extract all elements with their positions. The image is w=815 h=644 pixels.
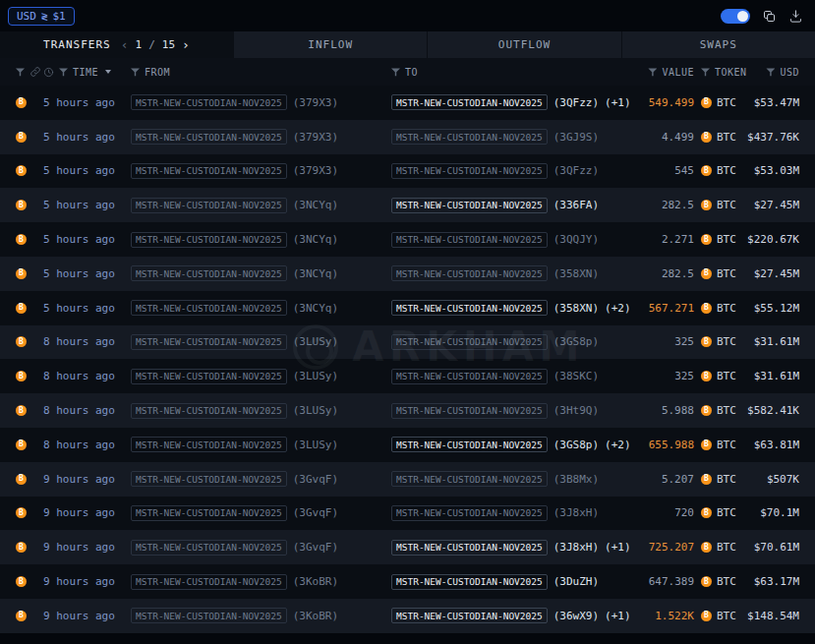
from-entity-chip[interactable]: MSTR-NEW-CUSTODIAN-NOV2025	[131, 300, 287, 316]
to-address-suffix[interactable]: (3GJ9S)	[553, 131, 599, 144]
to-entity-chip[interactable]: MSTR-NEW-CUSTODIAN-NOV2025	[391, 608, 548, 623]
to-additional-count[interactable]: (+1)	[605, 96, 631, 109]
from-entity-chip[interactable]: MSTR-NEW-CUSTODIAN-NOV2025	[131, 437, 287, 452]
to-additional-count[interactable]: (+1)	[605, 610, 631, 622]
from-address-suffix[interactable]: (379X3)	[293, 131, 338, 144]
to-entity-chip[interactable]: MSTR-NEW-CUSTODIAN-NOV2025	[391, 198, 548, 213]
table-row[interactable]: B 5 hours ago MSTR-NEW-CUSTODIAN-NOV2025…	[0, 291, 815, 325]
token-symbol[interactable]: BTC	[717, 96, 736, 109]
table-row[interactable]: B 5 hours ago MSTR-NEW-CUSTODIAN-NOV2025…	[0, 86, 815, 120]
to-entity-chip[interactable]: MSTR-NEW-CUSTODIAN-NOV2025	[391, 334, 548, 350]
from-entity-chip[interactable]: MSTR-NEW-CUSTODIAN-NOV2025	[131, 232, 287, 248]
value-column-header[interactable]: VALUE	[637, 67, 694, 78]
to-entity-chip[interactable]: MSTR-NEW-CUSTODIAN-NOV2025	[391, 437, 548, 452]
table-row[interactable]: B 8 hours ago MSTR-NEW-CUSTODIAN-NOV2025…	[0, 325, 815, 360]
table-row[interactable]: B 8 hours ago MSTR-NEW-CUSTODIAN-NOV2025…	[0, 359, 815, 393]
from-entity-chip[interactable]: MSTR-NEW-CUSTODIAN-NOV2025	[131, 403, 287, 419]
to-address-suffix[interactable]: (358XN)	[553, 302, 599, 315]
from-entity-chip[interactable]: MSTR-NEW-CUSTODIAN-NOV2025	[131, 94, 287, 110]
table-row[interactable]: B 5 hours ago MSTR-NEW-CUSTODIAN-NOV2025…	[0, 188, 815, 222]
usd-display-toggle[interactable]	[721, 9, 750, 24]
token-symbol[interactable]: BTC	[717, 267, 736, 280]
time-column-label[interactable]: TIME	[73, 67, 98, 78]
to-entity-chip[interactable]: MSTR-NEW-CUSTODIAN-NOV2025	[391, 369, 548, 384]
tx-link-icon[interactable]	[29, 66, 41, 78]
usd-column-header[interactable]: USD	[739, 67, 799, 78]
transfer-time[interactable]: 8 hours ago	[43, 335, 115, 348]
token-symbol[interactable]: BTC	[717, 610, 736, 622]
transfer-time[interactable]: 5 hours ago	[43, 233, 115, 246]
to-filter-icon[interactable]	[391, 68, 400, 77]
token-symbol[interactable]: BTC	[717, 370, 736, 382]
from-entity-chip[interactable]: MSTR-NEW-CUSTODIAN-NOV2025	[131, 505, 287, 521]
value-filter-icon[interactable]	[648, 68, 657, 77]
token-symbol[interactable]: BTC	[717, 404, 736, 417]
from-address-suffix[interactable]: (3NCYq)	[293, 199, 338, 211]
to-address-suffix[interactable]: (3GS8p)	[553, 439, 599, 451]
to-entity-chip[interactable]: MSTR-NEW-CUSTODIAN-NOV2025	[391, 574, 548, 590]
to-address-suffix[interactable]: (3J8xH)	[553, 541, 599, 554]
token-symbol[interactable]: BTC	[717, 506, 736, 519]
from-filter-icon[interactable]	[131, 68, 140, 77]
from-entity-chip[interactable]: MSTR-NEW-CUSTODIAN-NOV2025	[131, 574, 287, 590]
table-row[interactable]: B 9 hours ago MSTR-NEW-CUSTODIAN-NOV2025…	[0, 497, 815, 531]
from-address-suffix[interactable]: (3LUSy)	[293, 370, 338, 382]
copy-icon[interactable]	[762, 9, 777, 24]
to-entity-chip[interactable]: MSTR-NEW-CUSTODIAN-NOV2025	[391, 471, 548, 487]
from-address-suffix[interactable]: (3GvqF)	[293, 506, 338, 519]
transfer-time[interactable]: 9 hours ago	[43, 506, 115, 519]
usd-filter-icon[interactable]	[766, 68, 775, 77]
prev-page-chevron-icon[interactable]: ‹	[121, 38, 129, 51]
transfer-time[interactable]: 5 hours ago	[43, 131, 115, 144]
to-address-suffix[interactable]: (36wX9)	[553, 610, 599, 622]
to-column-header[interactable]: TO	[391, 67, 637, 78]
from-address-suffix[interactable]: (3KoBR)	[293, 610, 338, 622]
transfer-time[interactable]: 8 hours ago	[43, 439, 115, 451]
transfer-time[interactable]: 9 hours ago	[43, 473, 115, 486]
from-entity-chip[interactable]: MSTR-NEW-CUSTODIAN-NOV2025	[131, 334, 287, 350]
time-filter-icon[interactable]	[59, 68, 68, 77]
table-row[interactable]: B 9 hours ago MSTR-NEW-CUSTODIAN-NOV2025…	[0, 530, 815, 564]
to-address-suffix[interactable]: (3QQJY)	[553, 233, 599, 246]
from-entity-chip[interactable]: MSTR-NEW-CUSTODIAN-NOV2025	[131, 540, 287, 556]
to-address-suffix[interactable]: (3QFzz)	[553, 164, 599, 177]
table-row[interactable]: B 5 hours ago MSTR-NEW-CUSTODIAN-NOV2025…	[0, 257, 815, 291]
from-address-suffix[interactable]: (3LUSy)	[293, 335, 338, 348]
tab-outflow[interactable]: OUTFLOW	[427, 31, 620, 58]
table-row[interactable]: B 8 hours ago MSTR-NEW-CUSTODIAN-NOV2025…	[0, 393, 815, 428]
to-additional-count[interactable]: (+2)	[605, 302, 631, 315]
table-row[interactable]: B 8 hours ago MSTR-NEW-CUSTODIAN-NOV2025…	[0, 428, 815, 462]
to-address-suffix[interactable]: (336FA)	[553, 199, 599, 211]
table-row[interactable]: B 5 hours ago MSTR-NEW-CUSTODIAN-NOV2025…	[0, 120, 815, 154]
next-page-chevron-icon[interactable]: ›	[182, 38, 190, 51]
table-row[interactable]: B 5 hours ago MSTR-NEW-CUSTODIAN-NOV2025…	[0, 154, 815, 189]
to-address-suffix[interactable]: (3J8xH)	[553, 506, 599, 519]
token-symbol[interactable]: BTC	[717, 575, 736, 588]
from-entity-chip[interactable]: MSTR-NEW-CUSTODIAN-NOV2025	[131, 129, 287, 145]
to-additional-count[interactable]: (+2)	[605, 439, 631, 451]
from-address-suffix[interactable]: (3NCYq)	[293, 233, 338, 246]
time-column-header[interactable]: TIME	[43, 67, 131, 78]
chain-filter-icon[interactable]	[16, 68, 25, 77]
from-address-suffix[interactable]: (379X3)	[293, 96, 338, 109]
from-entity-chip[interactable]: MSTR-NEW-CUSTODIAN-NOV2025	[131, 471, 287, 487]
token-symbol[interactable]: BTC	[717, 233, 736, 246]
to-entity-chip[interactable]: MSTR-NEW-CUSTODIAN-NOV2025	[391, 232, 548, 248]
transfer-time[interactable]: 8 hours ago	[43, 404, 115, 417]
to-entity-chip[interactable]: MSTR-NEW-CUSTODIAN-NOV2025	[391, 129, 548, 145]
to-address-suffix[interactable]: (3QFzz)	[553, 96, 599, 109]
to-column-label[interactable]: TO	[405, 67, 418, 78]
token-symbol[interactable]: BTC	[717, 439, 736, 451]
from-address-suffix[interactable]: (379X3)	[293, 164, 338, 177]
to-address-suffix[interactable]: (3B8Mx)	[553, 473, 599, 486]
tab-transfers-label[interactable]: TRANSFERS	[43, 38, 111, 51]
table-row[interactable]: B 9 hours ago MSTR-NEW-CUSTODIAN-NOV2025…	[0, 564, 815, 599]
from-column-header[interactable]: FROM	[131, 67, 391, 78]
to-address-suffix[interactable]: (3GS8p)	[553, 335, 599, 348]
from-entity-chip[interactable]: MSTR-NEW-CUSTODIAN-NOV2025	[131, 608, 287, 623]
to-entity-chip[interactable]: MSTR-NEW-CUSTODIAN-NOV2025	[391, 94, 548, 110]
tab-transfers[interactable]: TRANSFERS ‹ 1 / 15 ›	[0, 31, 233, 58]
to-entity-chip[interactable]: MSTR-NEW-CUSTODIAN-NOV2025	[391, 403, 548, 419]
from-address-suffix[interactable]: (3LUSy)	[293, 404, 338, 417]
table-row[interactable]: B 9 hours ago MSTR-NEW-CUSTODIAN-NOV2025…	[0, 599, 815, 633]
